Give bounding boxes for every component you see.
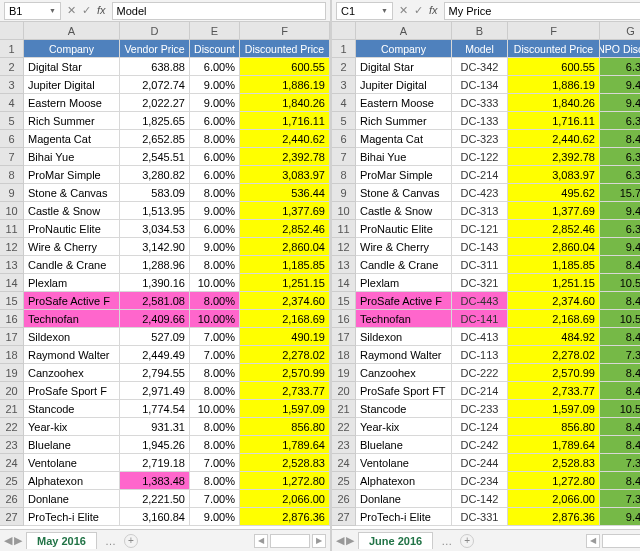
company-cell[interactable]: Technofan (356, 310, 452, 328)
company-cell[interactable]: ProSafe Active F (356, 292, 452, 310)
row-header[interactable]: 9 (0, 184, 24, 202)
vendor-price-cell[interactable]: 1,390.16 (120, 274, 190, 292)
company-cell[interactable]: Candle & Crane (24, 256, 120, 274)
discounted-price-cell[interactable]: 2,852.46 (240, 220, 330, 238)
discount-cell[interactable]: 6.00% (190, 112, 240, 130)
company-cell[interactable]: ProSafe Sport F (24, 382, 120, 400)
npo-discount-cell[interactable]: 8.40% (600, 364, 640, 382)
model-cell[interactable]: DC-244 (452, 454, 508, 472)
formula-input[interactable]: Model (112, 2, 327, 20)
company-cell[interactable]: Ventolane (356, 454, 452, 472)
row-header[interactable]: 20 (0, 382, 24, 400)
discount-cell[interactable]: 9.00% (190, 76, 240, 94)
npo-discount-cell[interactable]: 10.50% (600, 310, 640, 328)
discount-cell[interactable]: 8.00% (190, 130, 240, 148)
discount-cell[interactable]: 6.00% (190, 220, 240, 238)
name-box[interactable]: B1 ▼ (4, 2, 61, 20)
row-header[interactable]: 12 (0, 238, 24, 256)
npo-discount-cell[interactable]: 8.40% (600, 472, 640, 490)
row-header[interactable]: 6 (0, 130, 24, 148)
col-header[interactable]: A (356, 22, 452, 40)
select-all-corner[interactable] (0, 22, 24, 40)
discount-cell[interactable]: 6.00% (190, 58, 240, 76)
discounted-price-cell[interactable]: 495.62 (508, 184, 600, 202)
discount-cell[interactable]: 9.00% (190, 202, 240, 220)
row-header[interactable]: 4 (0, 94, 24, 112)
scroll-thumb[interactable] (270, 534, 310, 548)
npo-discount-cell[interactable]: 6.30% (600, 166, 640, 184)
discounted-price-cell[interactable]: 2,440.62 (240, 130, 330, 148)
vendor-price-cell[interactable]: 3,142.90 (120, 238, 190, 256)
company-cell[interactable]: ProTech-i Elite (356, 508, 452, 526)
company-cell[interactable]: Donlane (356, 490, 452, 508)
company-cell[interactable]: Magenta Cat (24, 130, 120, 148)
row-header[interactable]: 27 (332, 508, 356, 526)
npo-discount-cell[interactable]: 15.75% (600, 184, 640, 202)
discount-cell[interactable]: 7.00% (190, 328, 240, 346)
company-cell[interactable]: Eastern Moose (24, 94, 120, 112)
npo-discount-cell[interactable]: 8.40% (600, 130, 640, 148)
company-cell[interactable]: Bihai Yue (356, 148, 452, 166)
row-header[interactable]: 17 (332, 328, 356, 346)
scroll-left-icon[interactable]: ◀ (254, 534, 268, 548)
npo-discount-cell[interactable]: 8.40% (600, 292, 640, 310)
company-cell[interactable]: Castle & Snow (24, 202, 120, 220)
row-header[interactable]: 19 (332, 364, 356, 382)
discount-cell[interactable]: 7.00% (190, 490, 240, 508)
company-cell[interactable]: Raymond Walter (356, 346, 452, 364)
company-cell[interactable]: Canzoohex (24, 364, 120, 382)
company-cell[interactable]: Castle & Snow (356, 202, 452, 220)
grid-left[interactable]: ADEF1CompanyVendor PriceDiscountDiscount… (0, 22, 330, 529)
model-cell[interactable]: DC-134 (452, 76, 508, 94)
row-header[interactable]: 20 (332, 382, 356, 400)
scroll-right-icon[interactable]: ▶ (312, 534, 326, 548)
company-cell[interactable]: Technofan (24, 310, 120, 328)
model-cell[interactable]: DC-413 (452, 328, 508, 346)
vendor-price-cell[interactable]: 583.09 (120, 184, 190, 202)
model-cell[interactable]: DC-122 (452, 148, 508, 166)
row-header[interactable]: 7 (0, 148, 24, 166)
company-cell[interactable]: Canzoohex (356, 364, 452, 382)
select-all-corner[interactable] (332, 22, 356, 40)
vendor-price-cell[interactable]: 3,160.84 (120, 508, 190, 526)
discount-cell[interactable]: 8.00% (190, 364, 240, 382)
discounted-price-cell[interactable]: 2,278.02 (508, 346, 600, 364)
discounted-price-cell[interactable]: 2,528.83 (240, 454, 330, 472)
tab-next-icon[interactable]: ▶ (14, 534, 22, 547)
company-cell[interactable]: Digital Star (356, 58, 452, 76)
discounted-price-cell[interactable]: 2,876.36 (240, 508, 330, 526)
discounted-price-cell[interactable]: 1,251.15 (240, 274, 330, 292)
vendor-price-cell[interactable]: 3,280.82 (120, 166, 190, 184)
tab-prev-icon[interactable]: ◀ (336, 534, 344, 547)
tab-overflow[interactable]: … (437, 535, 456, 547)
row-header[interactable]: 21 (332, 400, 356, 418)
model-cell[interactable]: DC-331 (452, 508, 508, 526)
npo-discount-cell[interactable]: 6.30% (600, 112, 640, 130)
discounted-price-cell[interactable]: 536.44 (240, 184, 330, 202)
npo-discount-cell[interactable]: 7.35% (600, 346, 640, 364)
table-header-cell[interactable]: Discount (190, 40, 240, 58)
formula-input[interactable]: My Price (444, 2, 641, 20)
company-cell[interactable]: Alphatexon (356, 472, 452, 490)
table-header-cell[interactable]: NPO Discount (600, 40, 640, 58)
vendor-price-cell[interactable]: 527.09 (120, 328, 190, 346)
table-header-cell[interactable]: Discounted Price (240, 40, 330, 58)
vendor-price-cell[interactable]: 1,288.96 (120, 256, 190, 274)
vendor-price-cell[interactable]: 2,072.74 (120, 76, 190, 94)
discount-cell[interactable]: 8.00% (190, 382, 240, 400)
vendor-price-cell[interactable]: 3,034.53 (120, 220, 190, 238)
col-header[interactable]: F (508, 22, 600, 40)
table-header-cell[interactable]: Discounted Price (508, 40, 600, 58)
row-header[interactable]: 25 (0, 472, 24, 490)
col-header[interactable]: G (600, 22, 640, 40)
model-cell[interactable]: DC-124 (452, 418, 508, 436)
discounted-price-cell[interactable]: 2,392.78 (508, 148, 600, 166)
company-cell[interactable]: Rich Summer (24, 112, 120, 130)
npo-discount-cell[interactable]: 7.35% (600, 490, 640, 508)
row-header[interactable]: 14 (0, 274, 24, 292)
company-cell[interactable]: Year-kix (24, 418, 120, 436)
vendor-price-cell[interactable]: 2,022.27 (120, 94, 190, 112)
company-cell[interactable]: Magenta Cat (356, 130, 452, 148)
npo-discount-cell[interactable]: 9.45% (600, 202, 640, 220)
col-header[interactable]: F (240, 22, 330, 40)
